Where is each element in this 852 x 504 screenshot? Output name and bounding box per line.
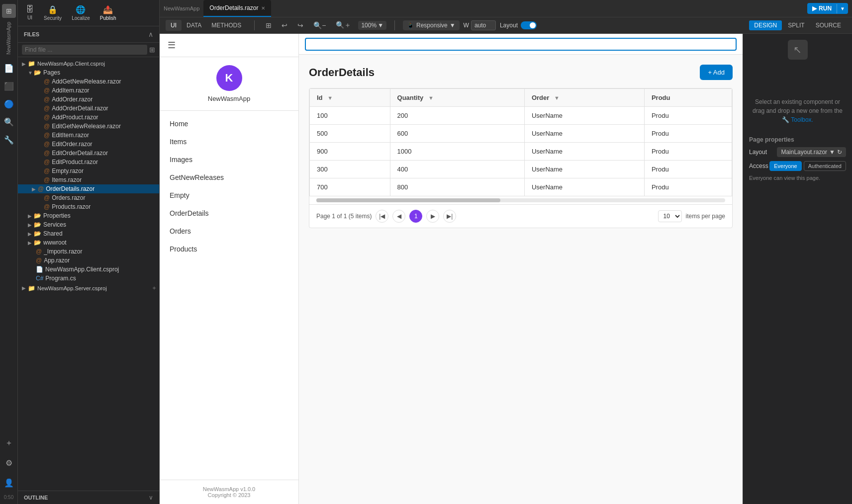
file-empty[interactable]: @ Empty.razor bbox=[18, 167, 159, 175]
account-icon[interactable]: 👤 bbox=[1, 475, 17, 491]
responsive-select[interactable]: 📱 Responsive ▼ bbox=[403, 20, 460, 30]
nav-item-products[interactable]: Products bbox=[160, 240, 298, 258]
first-page-btn[interactable]: |◀ bbox=[376, 210, 388, 223]
width-input[interactable] bbox=[471, 20, 496, 30]
layout-view-btn[interactable]: ⊞ bbox=[263, 20, 275, 31]
data-icon[interactable]: 🔵 bbox=[1, 96, 17, 112]
file-edititem[interactable]: @ EditItem.razor bbox=[18, 131, 159, 140]
file-additem[interactable]: @ AddItem.razor bbox=[18, 86, 159, 95]
hamburger-menu-icon[interactable]: ☰ bbox=[168, 40, 176, 51]
filter-order-icon[interactable]: ▼ bbox=[554, 95, 560, 101]
file-editorder[interactable]: @ EditOrder.razor bbox=[18, 140, 159, 149]
add-button[interactable]: + Add bbox=[700, 65, 733, 80]
filter-id-icon[interactable]: ▼ bbox=[327, 95, 333, 101]
nav-item-home[interactable]: Home bbox=[160, 115, 298, 133]
file-addproduct[interactable]: @ AddProduct.razor bbox=[18, 113, 159, 122]
run-button[interactable]: ▶ RUN ▼ bbox=[807, 3, 848, 14]
layout-toggle[interactable]: Layout bbox=[500, 21, 537, 29]
zoom-in-btn[interactable]: 🔍＋ bbox=[333, 19, 354, 31]
next-page-btn[interactable]: ▶ bbox=[426, 210, 439, 223]
run-dropdown-arrow[interactable]: ▼ bbox=[837, 4, 848, 13]
undo-btn[interactable]: ↩ bbox=[279, 20, 290, 31]
page-1-btn[interactable]: 1 bbox=[409, 210, 422, 223]
per-page-select[interactable]: 10 bbox=[658, 210, 682, 222]
layout-value[interactable]: MainLayout.razor ▼ ↻ bbox=[777, 147, 846, 157]
access-note: Everyone can view this page. bbox=[749, 175, 820, 181]
filter-icon[interactable]: ⊞ bbox=[149, 46, 155, 54]
nav-item-images[interactable]: Images bbox=[160, 151, 298, 168]
layout-label: Layout bbox=[749, 149, 767, 156]
components-icon[interactable]: ⬛ bbox=[1, 79, 17, 94]
publish-toolbar-btn[interactable]: 📤 Publish bbox=[96, 3, 120, 23]
nav-item-empty[interactable]: Empty bbox=[160, 186, 298, 204]
col-id[interactable]: Id ▼ bbox=[310, 89, 390, 107]
nav-item-orderdetails[interactable]: OrderDetails bbox=[160, 204, 298, 222]
zoom-out-btn[interactable]: 🔍− bbox=[310, 20, 329, 31]
outline-collapse-icon[interactable]: ∨ bbox=[149, 494, 153, 501]
file-orders[interactable]: @ Orders.razor bbox=[18, 193, 159, 202]
table-scrollbar[interactable] bbox=[316, 198, 725, 202]
last-page-btn[interactable]: ▶| bbox=[443, 210, 456, 223]
folder-shared[interactable]: ▶ 📂 Shared bbox=[18, 229, 159, 238]
collapse-files-btn[interactable]: ∧ bbox=[148, 30, 153, 38]
pages-icon[interactable]: 📄 bbox=[1, 61, 17, 77]
file-orderdetails[interactable]: ▶ @ OrderDetails.razor bbox=[18, 184, 159, 193]
nav-item-getnewreleases[interactable]: GetNewReleases bbox=[160, 168, 298, 186]
everyone-btn[interactable]: Everyone bbox=[769, 161, 801, 171]
folder-properties[interactable]: ▶ 📂 Properties bbox=[18, 211, 159, 220]
folder-services[interactable]: ▶ 📂 Services bbox=[18, 220, 159, 229]
file-client-csproj[interactable]: 📄 NewWasmApp.Client.csproj bbox=[18, 265, 159, 274]
col-order[interactable]: Order ▼ bbox=[524, 89, 644, 107]
tools-icon[interactable]: 🔧 bbox=[1, 132, 17, 148]
redo-btn[interactable]: ↪ bbox=[294, 20, 306, 31]
col-product[interactable]: Produ bbox=[644, 89, 732, 107]
file-addorderdetail[interactable]: @ AddOrderDetail.razor bbox=[18, 104, 159, 113]
app-title-vertical: NewWasmApp bbox=[6, 22, 11, 55]
search-icon[interactable]: 🔍 bbox=[1, 114, 17, 130]
project-client[interactable]: ▶ 📁 NewWasmApp.Client.csproj ＋ bbox=[18, 59, 159, 68]
zoom-control[interactable]: 100% ▼ bbox=[358, 21, 386, 30]
settings-icon[interactable]: ⚙ bbox=[1, 455, 17, 471]
file-programcs[interactable]: C# Program.cs bbox=[18, 274, 159, 283]
add-bottom-icon[interactable]: ＋ bbox=[1, 435, 17, 451]
security-toolbar-btn[interactable]: 🔒 Security bbox=[40, 3, 66, 23]
file-addgetnewrelease[interactable]: @ AddGetNewRelease.razor bbox=[18, 77, 159, 86]
layout-toggle-switch[interactable] bbox=[521, 21, 537, 29]
authenticated-btn[interactable]: Authenticated bbox=[804, 161, 846, 171]
file-products[interactable]: @ Products.razor bbox=[18, 202, 159, 211]
preview-search-bar[interactable] bbox=[305, 38, 737, 51]
cell-id: 900 bbox=[310, 143, 390, 161]
project-server[interactable]: ▶ 📁 NewWasmApp.Server.csproj ＋ bbox=[18, 283, 159, 293]
file-editproduct[interactable]: @ EditProduct.razor bbox=[18, 158, 159, 167]
file-search-input[interactable] bbox=[22, 45, 147, 55]
nav-item-orders[interactable]: Orders bbox=[160, 222, 298, 240]
tab-data[interactable]: DATA bbox=[182, 20, 206, 31]
footer-copyright: Copyright © 2023 bbox=[166, 492, 292, 498]
view-split-tab[interactable]: SPLIT bbox=[783, 20, 809, 30]
localize-toolbar-btn[interactable]: 🌐 Localize bbox=[68, 3, 94, 23]
tab-methods[interactable]: METHODS bbox=[206, 20, 246, 31]
file-editgetnewrelease[interactable]: @ EditGetNewRelease.razor bbox=[18, 122, 159, 131]
cell-product: Produ bbox=[644, 125, 732, 143]
data-toolbar-btn[interactable]: 🗄 UI bbox=[22, 3, 38, 23]
tab-close-btn[interactable]: ✕ bbox=[261, 5, 265, 11]
file-addorder[interactable]: @ AddOrder.razor bbox=[18, 95, 159, 104]
folder-pages[interactable]: ▼ 📂 Pages bbox=[18, 68, 159, 77]
orderdetails-tab[interactable]: OrderDetails.razor ✕ bbox=[203, 0, 271, 17]
file-items[interactable]: @ Items.razor bbox=[18, 175, 159, 184]
filter-qty-icon[interactable]: ▼ bbox=[428, 95, 434, 101]
prev-page-btn[interactable]: ◀ bbox=[392, 210, 405, 223]
folder-wwwroot[interactable]: ▶ 📂 wwwroot bbox=[18, 238, 159, 247]
file-editorderdetail[interactable]: @ EditOrderDetail.razor bbox=[18, 149, 159, 158]
footer-version: NewWasmApp v1.0.0 bbox=[166, 486, 292, 492]
refresh-icon[interactable]: ↻ bbox=[837, 149, 842, 156]
tab-ui[interactable]: UI bbox=[166, 20, 182, 31]
view-source-tab[interactable]: SOURCE bbox=[811, 20, 846, 30]
nav-item-items[interactable]: Items bbox=[160, 133, 298, 151]
file-imports[interactable]: @ _Imports.razor bbox=[18, 247, 159, 256]
col-quantity[interactable]: Quantity ▼ bbox=[390, 89, 524, 107]
file-app[interactable]: @ App.razor bbox=[18, 256, 159, 265]
cell-id: 300 bbox=[310, 161, 390, 178]
view-design-tab[interactable]: DESIGN bbox=[749, 20, 782, 30]
toolbox-link[interactable]: 🔧 Toolbox. bbox=[782, 116, 813, 123]
